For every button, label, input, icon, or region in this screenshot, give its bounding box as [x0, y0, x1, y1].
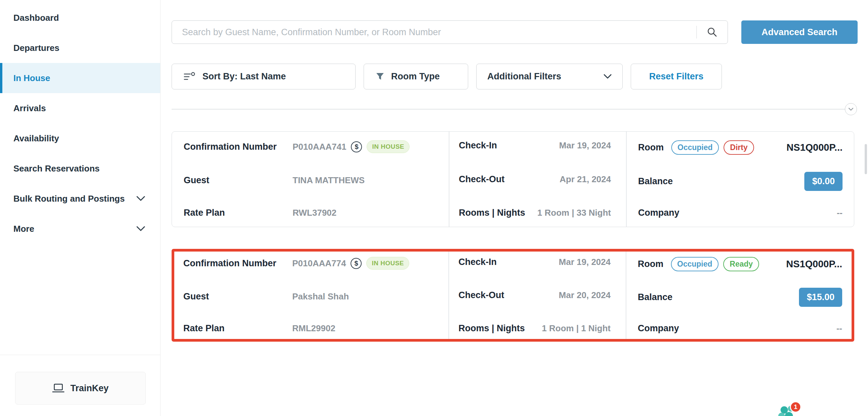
- scrollbar-thumb[interactable]: [865, 144, 867, 174]
- check-out-date: Apr 21, 2024: [560, 174, 611, 185]
- app-window: Dashboard Departures In House Arrivals A…: [0, 0, 868, 416]
- reset-filters-button[interactable]: Reset Filters: [631, 64, 722, 89]
- sidebar-divider: [0, 355, 160, 355]
- sidebar-item-label: In House: [13, 73, 50, 84]
- check-out-label: Check-Out: [459, 290, 504, 300]
- card-guest-column: Confirmation Number P010AAA774 $ IN HOUS…: [183, 252, 441, 339]
- occupied-badge: Occupied: [671, 257, 719, 271]
- company-value: --: [837, 323, 842, 333]
- sidebar-item-label: Arrivals: [13, 103, 46, 114]
- sidebar-item-arrivals[interactable]: Arrivals: [0, 93, 160, 123]
- sidebar: Dashboard Departures In House Arrivals A…: [0, 0, 160, 416]
- rooms-nights-value: 1 Room | 1 Night: [542, 323, 611, 333]
- sidebar-item-label: Dashboard: [13, 13, 59, 23]
- balance-label: Balance: [638, 292, 673, 302]
- notification-badge: 1: [790, 401, 801, 413]
- sort-by-label: Sort By: Last Name: [203, 71, 286, 82]
- company-label: Company: [638, 208, 679, 218]
- chevron-down-icon: [136, 196, 145, 201]
- ready-badge: Ready: [723, 257, 759, 271]
- card-column-divider: [448, 252, 449, 339]
- balance-label: Balance: [638, 176, 673, 187]
- list-divider: [172, 109, 854, 109]
- guest-label: Guest: [184, 175, 292, 186]
- sidebar-item-label: Bulk Routing and Postings: [13, 194, 125, 204]
- payment-icon[interactable]: $: [351, 141, 362, 152]
- guest-name: Pakshal Shah: [292, 291, 349, 302]
- status-badge: IN HOUSE: [367, 140, 409, 153]
- sidebar-item-dashboard[interactable]: Dashboard: [0, 3, 160, 33]
- card-room-column: Room Occupied Dirty NS1Q000P... Balance …: [638, 132, 842, 227]
- sidebar-item-search-reservations[interactable]: Search Reservations: [0, 153, 160, 184]
- card-room-column: Room Occupied Ready NS1Q000P... Balance …: [638, 252, 842, 339]
- additional-filters-label: Additional Filters: [487, 71, 561, 82]
- company-label: Company: [638, 323, 679, 333]
- sidebar-item-label: Search Reservations: [13, 163, 99, 174]
- occupied-badge: Occupied: [671, 140, 719, 155]
- sort-by-button[interactable]: Sort By: Last Name: [172, 64, 355, 89]
- payment-icon[interactable]: $: [350, 258, 362, 269]
- balance-button[interactable]: $0.00: [804, 172, 842, 191]
- sidebar-item-in-house[interactable]: In House: [0, 63, 160, 93]
- sidebar-item-more[interactable]: More: [0, 214, 160, 244]
- rate-plan-value: RWL37902: [292, 208, 337, 218]
- rooms-nights-label: Rooms | Nights: [459, 208, 525, 218]
- collapse-chevron-icon[interactable]: [845, 103, 857, 115]
- search-bar: [172, 21, 728, 44]
- card-dates-column: Check-In Mar 19, 2024 Check-Out Mar 20, …: [459, 252, 611, 339]
- rate-plan-label: Rate Plan: [183, 323, 292, 333]
- room-label: Room: [638, 142, 664, 153]
- rate-plan-label: Rate Plan: [184, 208, 292, 218]
- additional-filters-dropdown[interactable]: Additional Filters: [476, 64, 623, 89]
- rooms-nights-value: 1 Room | 33 Night: [537, 208, 611, 218]
- advanced-search-button[interactable]: Advanced Search: [741, 21, 858, 44]
- check-out-date: Mar 20, 2024: [559, 290, 611, 300]
- confirmation-label: Confirmation Number: [184, 142, 292, 152]
- room-number: NS1Q000P...: [786, 142, 842, 153]
- check-in-label: Check-In: [459, 140, 497, 151]
- check-in-date: Mar 19, 2024: [559, 140, 611, 151]
- room-type-label: Room Type: [391, 71, 440, 82]
- guest-name: TINA MATTHEWS: [292, 175, 365, 186]
- check-in-label: Check-In: [459, 257, 497, 267]
- card-column-divider: [626, 132, 627, 227]
- sidebar-item-label: More: [13, 224, 34, 234]
- search-icon[interactable]: [697, 21, 727, 43]
- chevron-down-icon: [136, 226, 145, 231]
- check-out-label: Check-Out: [459, 174, 505, 185]
- laptop-icon: [52, 384, 64, 393]
- sidebar-item-label: Availability: [13, 133, 59, 144]
- check-in-date: Mar 19, 2024: [559, 257, 611, 267]
- rate-plan-value: RML29902: [292, 323, 336, 333]
- room-number: NS1Q000P...: [786, 259, 842, 269]
- rooms-nights-label: Rooms | Nights: [459, 323, 525, 333]
- sidebar-item-departures[interactable]: Departures: [0, 33, 160, 63]
- sidebar-item-label: Departures: [13, 43, 59, 53]
- balance-button[interactable]: $15.00: [799, 288, 842, 307]
- confirmation-label: Confirmation Number: [183, 258, 292, 268]
- chevron-down-icon: [603, 74, 612, 79]
- card-column-divider: [626, 252, 626, 339]
- confirmation-number: P010AAA741: [292, 142, 346, 152]
- sidebar-item-availability[interactable]: Availability: [0, 123, 160, 153]
- status-badge: IN HOUSE: [366, 257, 409, 269]
- reservation-card-highlighted[interactable]: Confirmation Number P010AAA774 $ IN HOUS…: [172, 249, 854, 342]
- card-guest-column: Confirmation Number P010AAA741 $ IN HOUS…: [184, 132, 442, 227]
- trainkey-label: TrainKey: [70, 383, 108, 393]
- trainkey-button[interactable]: TrainKey: [15, 372, 146, 405]
- card-column-divider: [449, 132, 450, 227]
- guest-label: Guest: [183, 291, 292, 302]
- company-value: --: [837, 208, 842, 218]
- room-type-button[interactable]: Room Type: [364, 64, 468, 89]
- dirty-badge: Dirty: [723, 140, 754, 155]
- search-input[interactable]: [172, 21, 696, 43]
- filter-funnel-icon: [376, 72, 384, 81]
- sort-icon: [184, 72, 196, 82]
- card-dates-column: Check-In Mar 19, 2024 Check-Out Apr 21, …: [459, 132, 611, 227]
- room-label: Room: [638, 259, 663, 269]
- sidebar-item-bulk-routing[interactable]: Bulk Routing and Postings: [0, 184, 160, 214]
- confirmation-number: P010AAA774: [292, 258, 346, 268]
- chat-widget-button[interactable]: 1: [777, 401, 806, 416]
- reservation-card[interactable]: Confirmation Number P010AAA741 $ IN HOUS…: [172, 131, 854, 227]
